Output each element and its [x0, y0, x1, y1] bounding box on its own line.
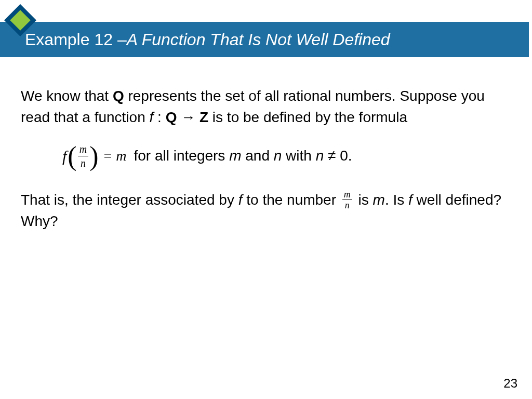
text: :	[153, 109, 165, 125]
numerator: m	[78, 143, 88, 156]
var-n: n	[274, 148, 282, 164]
var-m: m	[373, 192, 385, 208]
title-prefix: Example 12 –	[25, 30, 127, 49]
rhs: m	[116, 145, 126, 167]
slide-title-bar: Example 12 – A Function That Is Not Well…	[0, 22, 529, 57]
fraction-inline: mn	[342, 190, 352, 210]
symbol-Q: Q	[166, 109, 177, 125]
text: is to be defined by the formula	[208, 109, 407, 125]
var-m: m	[229, 148, 241, 164]
page-number: 23	[503, 376, 517, 391]
paragraph-2: That is, the integer associated by f to …	[21, 190, 511, 232]
symbol-Q: Q	[113, 88, 124, 104]
text: We know that	[21, 88, 113, 104]
text: . Is	[385, 192, 408, 208]
right-paren: )	[89, 145, 98, 167]
left-paren: (	[68, 145, 76, 167]
formula-condition: for all integers m and n with n ≠ 0.	[134, 145, 352, 167]
text: is	[354, 192, 373, 208]
text: and	[241, 148, 273, 164]
equals: =	[103, 145, 112, 167]
numerator: m	[342, 190, 352, 200]
text: with	[282, 148, 315, 164]
formula: f ( m n ) = m	[62, 143, 126, 169]
formula-f: f	[62, 145, 66, 168]
symbol-f: f	[408, 192, 413, 208]
text: to the number	[242, 192, 340, 208]
denominator: n	[79, 156, 87, 169]
svg-rect-0	[7, 7, 34, 34]
text: for all integers	[134, 148, 229, 164]
arrow: →	[177, 109, 200, 125]
symbol-Z: Z	[200, 109, 208, 125]
formula-row: f ( m n ) = m for all integers m and n w…	[62, 143, 511, 169]
text: That is, the integer associated by	[21, 192, 238, 208]
paragraph-1: We know that Q represents the set of all…	[21, 86, 511, 128]
title-subject: A Function That Is Not Well Defined	[127, 30, 390, 49]
diamond-icon	[4, 4, 36, 36]
var-n: n	[316, 148, 324, 164]
denominator: n	[343, 200, 351, 210]
zero: 0.	[340, 148, 352, 164]
slide-content: We know that Q represents the set of all…	[21, 86, 511, 248]
fraction: m n	[78, 143, 88, 169]
not-equal: ≠	[324, 148, 340, 164]
